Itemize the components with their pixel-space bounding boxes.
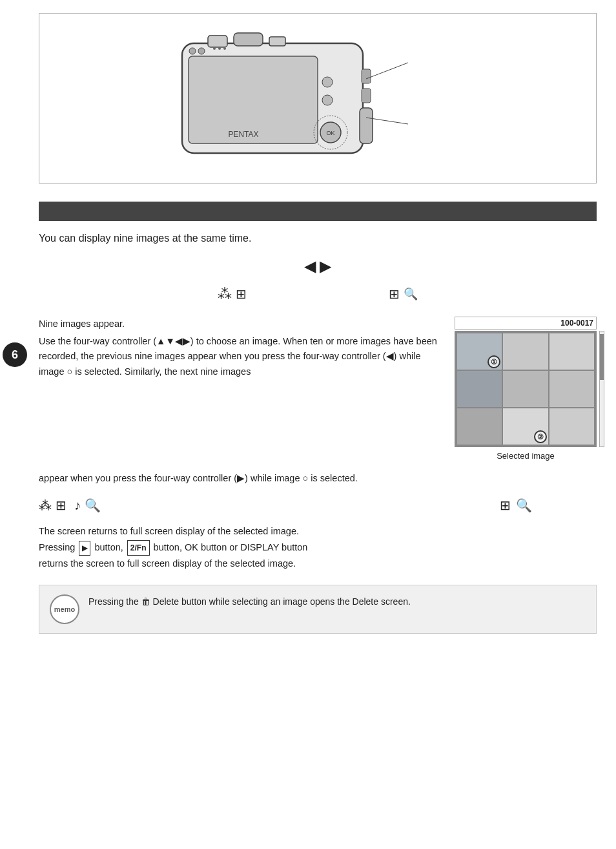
sidebar: 6 [0, 0, 30, 849]
nav-icons-row-1b: ⁂ ⊞ ⊞ 🔍 [39, 286, 597, 302]
memo-icon-text: memo [54, 605, 75, 613]
people-icon: ⁂ [218, 286, 232, 302]
thumbnail-grid-area: 100-0017 ① ② [455, 317, 597, 461]
pressing-prefix: Pressing [39, 542, 77, 552]
svg-rect-7 [362, 89, 371, 103]
svg-point-11 [322, 77, 333, 87]
thumb-7 [457, 408, 502, 445]
svg-point-12 [322, 95, 333, 105]
nav-left-group: ⁂ ⊞ [218, 286, 247, 302]
content-with-grid: Nine images appear. Use the four-way con… [39, 317, 597, 461]
thumb-6 [549, 371, 594, 407]
svg-point-20 [223, 47, 226, 50]
svg-text:OK: OK [326, 130, 334, 136]
thumbnail-grid: ① ② [455, 331, 597, 447]
return-line-1: The screen returns to full screen displa… [39, 523, 597, 540]
full-description: appear when you press the four-way contr… [39, 471, 597, 486]
camera-svg-area: PENTAX OK [130, 24, 505, 173]
thumb-9 [549, 408, 594, 445]
button-suffix: button, OK button or DISPLAY button [154, 542, 308, 552]
svg-rect-6 [362, 69, 371, 83]
camera-diagram-box: PENTAX OK [39, 13, 597, 183]
memo-box: memo Pressing the 🗑 Delete button while … [39, 585, 597, 634]
selected-image-label: Selected image [455, 451, 597, 461]
marker-1: ① [488, 355, 500, 368]
right-arrow-icon: ▶ [320, 257, 331, 275]
nav-row-2: ⁂ ⊞ ♪ 🔍 ⊞ 🔍 [39, 498, 597, 513]
grid-wrapper: ① ② [455, 331, 597, 447]
return-text-block: The screen returns to full screen displa… [39, 523, 597, 572]
thumb-8: ② [503, 408, 548, 445]
zoom-icon-1: 🔍 [404, 287, 418, 301]
button-mid-text: button, [94, 542, 125, 552]
intro-text: You can display nine images at the same … [39, 233, 597, 244]
svg-text:PENTAX: PENTAX [228, 130, 258, 139]
svg-point-19 [218, 47, 221, 50]
svg-rect-5 [269, 37, 285, 46]
zoom-icon-2: 🔍 [85, 498, 101, 513]
svg-rect-8 [360, 108, 373, 143]
chapter-number: 6 [3, 342, 27, 367]
section-header-bar [39, 202, 597, 221]
return-line-3: returns the screen to full screen displa… [39, 556, 597, 572]
right-nav-icons: ⊞ 🔍 [500, 498, 532, 513]
grid-icon-2: ⊞ [389, 286, 400, 302]
memo-icon: memo [50, 594, 79, 624]
file-number: 100-0017 [455, 317, 597, 330]
grid-icon-4: ⊞ [500, 498, 511, 513]
marker-2: ② [534, 430, 547, 443]
left-arrow-icon: ◀ [304, 257, 316, 275]
grid-icon-1: ⊞ [236, 286, 247, 302]
svg-point-15 [198, 48, 205, 54]
nav-icons-row-1: ◀ ▶ [39, 257, 597, 275]
thumb-5 [503, 371, 548, 407]
play-button-icon: ▶ [79, 541, 90, 556]
svg-rect-4 [234, 33, 263, 46]
nav-arrows: ◀ ▶ [304, 257, 331, 275]
camera-drawing-svg: PENTAX OK [130, 24, 453, 160]
scrollbar [599, 331, 604, 447]
return-line-2: Pressing ▶ button, 2/Fn button, OK butto… [39, 540, 597, 556]
svg-rect-3 [208, 36, 227, 47]
svg-point-14 [189, 48, 196, 54]
note-icon: ♪ [74, 498, 81, 513]
thumb-1: ① [457, 333, 502, 370]
thumb-2 [503, 333, 548, 370]
svg-point-18 [213, 47, 216, 50]
svg-line-16 [366, 63, 408, 79]
four-way-description: Use the four-way controller (▲▼◀▶) to ch… [39, 334, 442, 379]
thumb-3 [549, 333, 594, 370]
scrollbar-thumb [600, 334, 604, 380]
fn-button-icon: 2/Fn [127, 540, 150, 556]
nine-images-text: Nine images appear. [39, 317, 442, 331]
people-icon-2: ⁂ [39, 498, 52, 513]
thumb-4 [457, 371, 502, 407]
description-block: Nine images appear. Use the four-way con… [39, 317, 442, 461]
main-content: PENTAX OK [39, 0, 597, 634]
memo-text: Pressing the 🗑 Delete button while selec… [88, 594, 411, 609]
grid-icon-3: ⊞ [56, 498, 67, 513]
nav-right-group: ⊞ 🔍 [389, 286, 418, 302]
zoom-icon-3: 🔍 [516, 498, 532, 513]
